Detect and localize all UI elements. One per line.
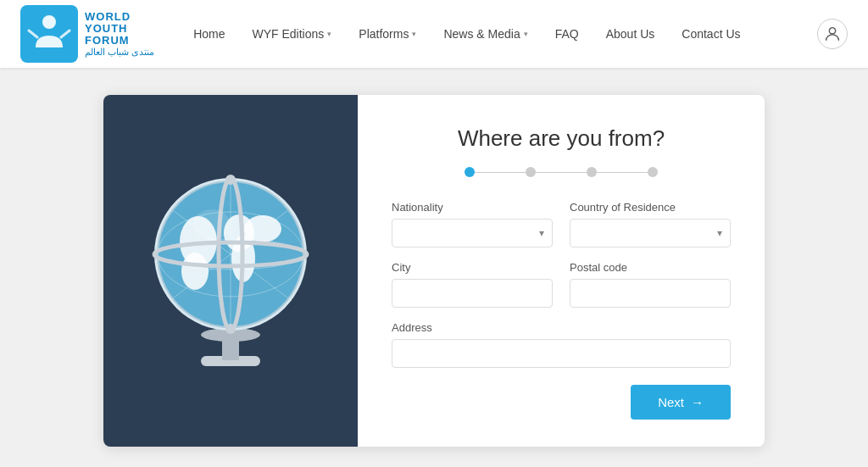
nav-item-faq[interactable]: FAQ: [543, 20, 591, 47]
svg-point-1: [42, 15, 56, 29]
svg-point-21: [225, 175, 236, 185]
brand-text: WORLDYOUTHFORUM منتدى شباب العالم: [85, 11, 154, 58]
svg-point-2: [829, 28, 835, 34]
brand-name-ar: منتدى شباب العالم: [85, 47, 154, 57]
address-label: Address: [392, 321, 731, 334]
svg-point-23: [193, 209, 231, 240]
progress-indicator: [392, 167, 731, 177]
registration-card: Where are you from? Nationality: [103, 95, 765, 447]
next-button-label: Next: [658, 395, 684, 409]
person-icon: [823, 25, 842, 43]
nav-item-home[interactable]: Home: [181, 20, 236, 47]
nationality-group: Nationality: [392, 201, 553, 247]
progress-line-3: [597, 172, 648, 173]
nationality-label: Nationality: [392, 201, 553, 214]
country-residence-select[interactable]: [570, 219, 731, 247]
progress-line-1: [475, 172, 526, 173]
brand-logo-area[interactable]: WORLDYOUTHFORUM منتدى شباب العالم: [20, 5, 154, 63]
form-row-2: City Postal code: [392, 261, 731, 308]
nationality-select-wrapper: [392, 219, 553, 247]
svg-point-22: [225, 324, 236, 334]
country-residence-group: Country of Residence: [570, 201, 731, 247]
country-residence-select-wrapper: [570, 219, 731, 247]
next-button[interactable]: Next →: [631, 385, 731, 420]
country-residence-label: Country of Residence: [570, 201, 731, 214]
city-input[interactable]: [392, 279, 553, 308]
progress-dot-1: [465, 167, 475, 177]
brand-name-en: WORLDYOUTHFORUM: [85, 11, 154, 47]
navbar: WORLDYOUTHFORUM منتدى شباب العالم Home W…: [0, 0, 868, 68]
postal-code-group: Postal code: [570, 261, 731, 308]
nav-item-platforms[interactable]: Platforms ▾: [347, 20, 428, 47]
chevron-down-icon: ▾: [327, 30, 331, 38]
city-label: City: [392, 261, 553, 274]
nav-item-contact-us[interactable]: Contact Us: [670, 20, 752, 47]
form-title: Where are you from?: [392, 125, 731, 152]
nav-item-about-us[interactable]: About Us: [594, 20, 667, 47]
city-group: City: [392, 261, 553, 308]
postal-code-label: Postal code: [570, 261, 731, 274]
card-left-panel: [103, 95, 358, 447]
address-input[interactable]: [392, 339, 731, 368]
nav-links: Home WYF Editions ▾ Platforms ▾ News & M…: [181, 20, 817, 47]
progress-line-2: [536, 172, 587, 173]
progress-dot-3: [587, 167, 597, 177]
address-group: Address: [392, 321, 731, 368]
form-row-1: Nationality Country of Residence: [392, 201, 731, 247]
postal-code-input[interactable]: [570, 279, 731, 308]
progress-dot-4: [648, 167, 658, 177]
progress-dot-2: [526, 167, 536, 177]
svg-point-9: [181, 253, 209, 290]
wyf-logo-icon: [20, 5, 78, 63]
nav-item-news-media[interactable]: News & Media ▾: [431, 20, 539, 47]
chevron-down-icon: ▾: [412, 30, 416, 38]
card-right-panel: Where are you from? Nationality: [358, 95, 765, 447]
user-account-icon[interactable]: [817, 19, 848, 49]
nationality-select[interactable]: [392, 219, 553, 247]
globe-illustration: [137, 161, 324, 381]
chevron-down-icon: ▾: [524, 30, 528, 38]
svg-rect-0: [20, 5, 78, 63]
arrow-right-icon: →: [691, 395, 704, 409]
main-content: Where are you from? Nationality: [0, 68, 868, 467]
nav-item-wyf-editions[interactable]: WYF Editions ▾: [240, 20, 343, 47]
